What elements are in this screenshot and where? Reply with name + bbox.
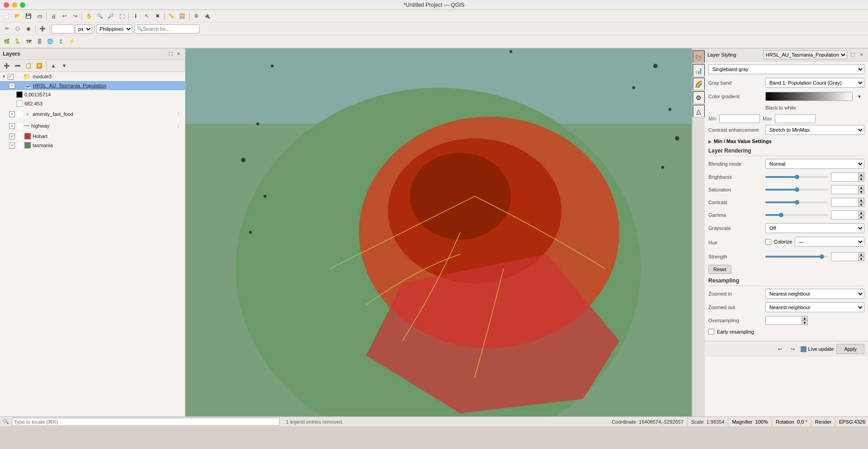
styling-color-button[interactable]: 🌈 [693,77,705,90]
layer-checkbox-module3[interactable] [8,74,14,80]
zoom-out-button[interactable]: 🔎 [106,11,116,21]
early-resampling-checkbox[interactable] [708,329,714,334]
redo-button[interactable]: ↪ [70,11,80,21]
styling-paint-button[interactable]: 🎨 [693,50,705,63]
layer-checkbox-hrsl[interactable] [9,83,15,89]
atlas-button[interactable]: 🗺 [24,37,33,47]
print-button[interactable]: 🖨 [48,11,58,21]
brightness-up[interactable]: ▲ [858,172,864,177]
styling-histogram-button[interactable]: 📊 [693,64,705,76]
reset-button[interactable]: Reset [708,265,731,274]
apply-button[interactable]: Apply [836,344,864,354]
strength-slider[interactable] [765,256,828,258]
layer-item-hobart[interactable]: Hobart [0,132,185,141]
contrast-input[interactable]: 0 [831,198,858,207]
saturation-thumb[interactable] [795,187,799,192]
select-button[interactable]: ↖ [142,11,152,21]
oversampling-down[interactable]: ▼ [802,320,808,325]
layer-group-module3[interactable]: ▼ 📁 module3 [0,72,185,81]
layer-checkbox-amenity[interactable] [9,111,15,117]
filter-layer-button[interactable]: 🔽 [34,61,44,71]
gradient-bar[interactable] [765,92,853,101]
search-box[interactable]: 🔍 [134,24,199,33]
calculator-button[interactable]: 🧮 [177,11,187,21]
db-button[interactable]: 🗄 [34,37,44,47]
max-input[interactable]: 682,453 [775,114,816,123]
saturation-up[interactable]: ▲ [858,185,864,190]
px-value-input[interactable]: 0 [52,24,74,33]
zoom-in-button[interactable]: 🔍 [95,11,105,21]
strength-down[interactable]: ▼ [858,257,864,261]
oversampling-up[interactable]: ▲ [802,316,808,320]
add-layer-button[interactable]: ➕ [2,61,12,71]
country-select[interactable]: Philippines [96,24,133,33]
remove-layer-button[interactable]: ➖ [13,61,23,71]
brightness-slider[interactable] [765,176,828,178]
grass-button[interactable]: 🌿 [2,37,12,47]
layer-item-hrsl[interactable]: 🗻 HRSL_AU_Tasmania_Population [0,81,185,90]
styling-expand-button[interactable]: ⛶ [849,51,856,58]
saturation-down[interactable]: ▼ [858,190,864,194]
maximize-button[interactable] [20,2,25,8]
contrast-down[interactable]: ▼ [858,202,864,207]
python-button[interactable]: 🐍 [13,37,23,47]
gamma-input[interactable]: 1,00 [831,210,858,220]
move-up-button[interactable]: ▲ [48,61,58,71]
colorize-checkbox[interactable] [765,239,771,245]
plugins-button[interactable]: 🔌 [202,11,212,21]
grayscale-select[interactable]: Off [765,223,864,233]
layer-checkbox-hobart[interactable] [9,134,15,139]
move-down-button[interactable]: ▼ [59,61,69,71]
gradient-options-button[interactable]: ▼ [854,91,864,101]
gamma-slider[interactable] [765,214,828,216]
strength-up[interactable]: ▲ [858,252,864,257]
undo-button[interactable]: ↩ [59,11,69,21]
field-calc-button[interactable]: Σ [56,37,66,47]
gamma-up[interactable]: ▲ [858,210,864,215]
node-button[interactable]: ◉ [24,24,33,34]
layer-item-highway[interactable]: 〰 highway ⋮ [0,120,185,132]
digitize-button[interactable]: ⬡ [13,24,23,34]
brightness-thumb[interactable] [795,175,799,179]
blending-select[interactable]: Normal [765,159,864,169]
plugins-menu-button[interactable]: ⚡ [67,37,77,47]
renderer-select[interactable]: Singleband gray [708,64,864,74]
contrast-thumb[interactable] [795,200,799,205]
strength-thumb[interactable] [820,254,824,259]
browser-button[interactable]: 🌐 [45,37,55,47]
oversampling-input[interactable]: 2,00 [765,316,802,325]
zoomed-out-select[interactable]: Nearest neighbour [765,302,864,312]
locator-input[interactable] [12,418,280,426]
save-as-button[interactable]: 🗃 [34,11,44,21]
styling-transform-button[interactable]: ⚙ [693,91,705,104]
layer-options-amenity[interactable]: ⋮ [173,109,183,119]
gamma-thumb[interactable] [779,213,783,217]
contrast-slider[interactable] [765,201,828,203]
open-attribute-button[interactable]: 📋 [24,61,33,71]
gamma-down[interactable]: ▼ [858,215,864,220]
layers-close-button[interactable]: ✕ [175,50,182,57]
measure-button[interactable]: 📏 [166,11,176,21]
edit-button[interactable]: ✏ [2,24,12,34]
contrast-up[interactable]: ▲ [858,198,864,202]
unit-select[interactable]: px [75,24,92,33]
strength-input[interactable]: 100% [831,252,858,261]
layers-expand-button[interactable]: ⛶ [167,50,174,57]
layer-checkbox-tasmania[interactable] [9,143,15,148]
add-feature-button[interactable]: ➕ [38,24,47,34]
zoom-full-button[interactable]: ⛶ [117,11,127,21]
brightness-down[interactable]: ▼ [858,177,864,182]
saturation-input[interactable]: 0 [831,185,858,194]
styling-pyramid-button[interactable]: △ [693,105,705,117]
minmax-collapse[interactable]: ▶ Min / Max Value Settings [708,139,864,144]
colorize-color-select[interactable]: — [795,237,864,247]
styling-close-button[interactable]: ✕ [858,51,865,58]
layer-selector[interactable]: HRSL_AU_Tasmania_Population [764,50,847,59]
live-update-checkbox[interactable] [801,346,806,352]
search-input[interactable] [143,26,197,32]
map-area[interactable] [185,48,692,416]
brightness-input[interactable]: 0 [831,172,858,182]
min-input[interactable]: 0,00135714 [719,114,760,123]
minimize-button[interactable] [12,2,17,8]
processing-button[interactable]: ⚙ [191,11,201,21]
